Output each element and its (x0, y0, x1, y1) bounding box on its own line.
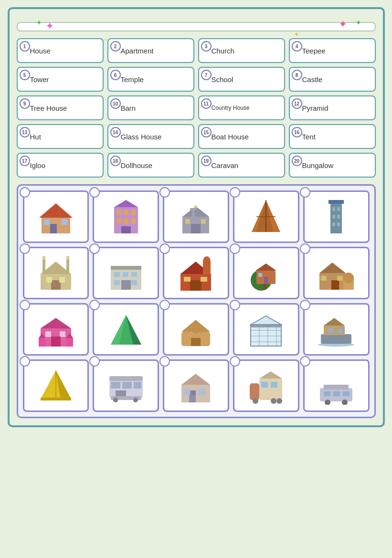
word-cell: 4 Teepee (289, 38, 376, 63)
word-cell: 11 Country House (198, 95, 285, 120)
picture-cell (93, 190, 159, 243)
picture-cell (303, 303, 370, 356)
word-cell: 14 Glass House (107, 124, 194, 149)
answer-circle (300, 187, 310, 198)
svg-marker-65 (319, 263, 346, 273)
word-label: Church (212, 47, 234, 55)
word-label: Temple (121, 75, 144, 84)
word-number: 1 (20, 41, 30, 52)
answer-circle (300, 356, 310, 367)
word-label: Caravan (212, 161, 239, 169)
svg-rect-122 (259, 379, 282, 400)
svg-rect-62 (264, 277, 268, 284)
answer-circle (230, 187, 240, 198)
building-image (107, 367, 145, 405)
word-number: 14 (110, 127, 121, 137)
answer-circle (89, 300, 100, 310)
word-cell: 13 Hut (17, 124, 104, 149)
svg-rect-46 (123, 272, 128, 277)
word-label: Glass House (121, 133, 162, 141)
word-cell: 15 Boat House (198, 124, 285, 149)
answer-circle (20, 300, 30, 310)
svg-rect-42 (59, 277, 65, 283)
svg-rect-28 (332, 207, 335, 211)
svg-marker-116 (181, 374, 210, 385)
svg-point-70 (343, 273, 354, 283)
picture-cell (163, 247, 229, 299)
svg-rect-33 (337, 222, 340, 226)
word-cell: 18 Dollhouse (107, 153, 194, 178)
answer-circle (89, 243, 100, 254)
word-label: School (212, 75, 233, 84)
svg-rect-109 (122, 382, 132, 389)
word-cell: 8 Castle (289, 67, 376, 92)
svg-rect-56 (184, 277, 191, 282)
answer-circle (20, 187, 30, 198)
svg-rect-32 (332, 222, 335, 226)
word-cell: 12 Pyramid (289, 95, 376, 120)
svg-rect-3 (44, 219, 50, 225)
svg-rect-36 (42, 258, 45, 274)
picture-cell (23, 303, 89, 356)
svg-marker-95 (251, 316, 281, 325)
svg-rect-12 (121, 226, 131, 233)
picture-cell (303, 190, 370, 243)
svg-rect-55 (190, 280, 201, 291)
instruction-box (17, 22, 376, 32)
building-image (247, 254, 285, 292)
picture-cell (23, 247, 89, 299)
answer-circle (230, 356, 240, 367)
svg-rect-45 (114, 272, 120, 277)
svg-rect-85 (191, 338, 201, 346)
svg-rect-27 (328, 200, 344, 204)
picture-cell (93, 247, 159, 299)
picture-cell (23, 359, 89, 412)
svg-rect-110 (134, 382, 141, 389)
svg-point-113 (113, 398, 118, 402)
word-cell: 10 Barn (107, 95, 194, 120)
svg-rect-21 (201, 219, 206, 224)
word-cell: 5 Tower (17, 67, 104, 92)
svg-rect-30 (332, 215, 335, 219)
word-label: Barn (121, 104, 136, 112)
word-label: House (30, 47, 51, 55)
svg-rect-76 (39, 338, 45, 347)
svg-rect-74 (60, 331, 65, 337)
word-number: 4 (292, 41, 302, 52)
page: ✦ ✦ ✦ ✦ ✦ — 1 House 2 Apartment 3 Church… (8, 7, 385, 427)
word-number: 20 (292, 156, 302, 166)
svg-rect-67 (321, 276, 327, 281)
answer-circle (159, 356, 170, 367)
word-cell: 2 Apartment (107, 38, 194, 63)
answer-circle (20, 243, 30, 254)
svg-point-126 (253, 398, 258, 404)
svg-rect-105 (41, 398, 71, 400)
svg-marker-13 (114, 200, 138, 207)
svg-rect-107 (109, 376, 143, 381)
svg-rect-37 (66, 258, 69, 274)
svg-rect-8 (131, 210, 136, 215)
svg-rect-124 (261, 382, 268, 388)
answer-circle (159, 300, 170, 310)
word-label: Castle (302, 75, 323, 84)
svg-point-54 (203, 256, 211, 266)
svg-marker-61 (255, 263, 276, 271)
svg-rect-100 (338, 328, 343, 333)
word-number: 19 (201, 156, 212, 166)
picture-cell (23, 190, 89, 243)
svg-rect-17 (190, 208, 197, 210)
answer-circle (20, 356, 30, 367)
answer-circle (159, 243, 170, 254)
word-cell: 9 Tree House (17, 95, 104, 120)
picture-cell (233, 247, 299, 299)
word-number: 8 (292, 70, 302, 80)
word-number: 16 (292, 127, 302, 137)
building-image (37, 198, 75, 236)
building-image (37, 367, 75, 405)
answer-circle (89, 187, 100, 198)
word-label: Teepee (302, 47, 326, 55)
svg-rect-118 (198, 389, 205, 395)
building-image (37, 254, 75, 292)
svg-rect-6 (117, 210, 121, 215)
svg-rect-131 (324, 391, 330, 396)
